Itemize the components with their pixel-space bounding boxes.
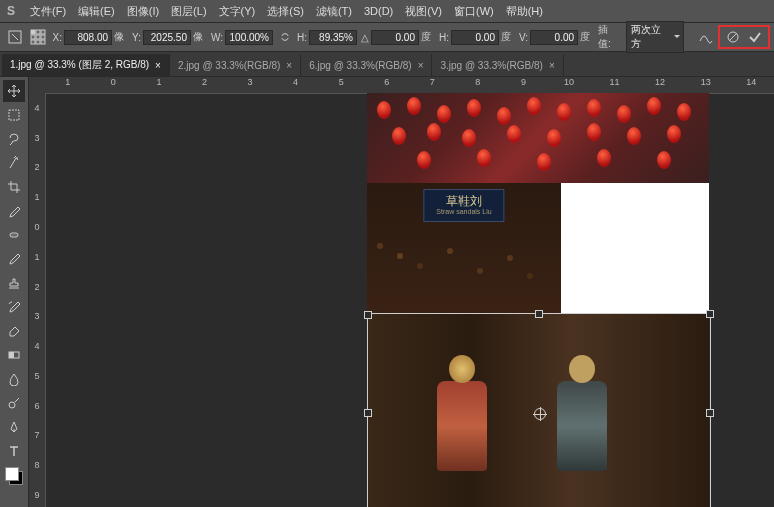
ruler-tick: 4 [273, 77, 319, 93]
ruler-tick: 12 [637, 77, 683, 93]
y-label: Y: [132, 32, 141, 43]
image-market-row: 草鞋刘 Straw sandals Liu [367, 183, 709, 313]
x-label: X: [53, 32, 62, 43]
menu-select[interactable]: 选择(S) [261, 0, 310, 22]
menu-layer[interactable]: 图层(L) [165, 0, 212, 22]
y-input[interactable]: 2025.50 [143, 30, 191, 45]
ruler-tick: 0 [91, 77, 137, 93]
svg-rect-3 [41, 30, 45, 34]
lasso-tool-icon[interactable] [3, 128, 25, 150]
foreground-color-swatch[interactable] [5, 467, 19, 481]
commit-transform-icon[interactable] [746, 28, 764, 46]
document-tab[interactable]: 2.jpg @ 33.3%(RGB/8)× [170, 54, 301, 76]
ruler-tick: 10 [546, 77, 592, 93]
tab-label: 6.jpg @ 33.3%(RGB/8) [309, 60, 411, 71]
ruler-tick: 14 [728, 77, 774, 93]
menu-filter[interactable]: 滤镜(T) [310, 0, 358, 22]
ruler-tick: 2 [29, 272, 45, 302]
menu-window[interactable]: 窗口(W) [448, 0, 500, 22]
commit-cancel-highlight [718, 25, 770, 49]
tab-close-icon[interactable]: × [549, 60, 555, 71]
menu-file[interactable]: 文件(F) [24, 0, 72, 22]
svg-point-14 [12, 235, 13, 236]
link-wh-icon[interactable] [278, 30, 292, 44]
options-bar: X:808.00像 Y:2025.50像 W:100.00% H:89.35% … [0, 23, 774, 52]
image-puppets [367, 313, 709, 507]
ruler-tick: 9 [501, 77, 547, 93]
tab-label: 1.jpg @ 33.3% (图层 2, RGB/8) [10, 58, 149, 72]
dodge-tool-icon[interactable] [3, 392, 25, 414]
ruler-tick: 3 [227, 77, 273, 93]
menu-image[interactable]: 图像(I) [121, 0, 165, 22]
interp-dropdown[interactable]: 两次立方 [626, 21, 684, 53]
cancel-transform-icon[interactable] [724, 28, 742, 46]
menu-edit[interactable]: 编辑(E) [72, 0, 121, 22]
pen-tool-icon[interactable] [3, 416, 25, 438]
ruler-tick: 0 [29, 212, 45, 242]
app-logo: S [4, 4, 18, 18]
x-unit: 像 [114, 30, 124, 44]
ruler-tick: 5 [318, 77, 364, 93]
menu-type[interactable]: 文字(Y) [213, 0, 262, 22]
document-tab[interactable]: 3.jpg @ 33.3%(RGB/8)× [432, 54, 563, 76]
puppet-figure [547, 351, 617, 491]
transform-tool-icon[interactable] [4, 26, 25, 48]
ruler-tick: 8 [455, 77, 501, 93]
reference-point-icon[interactable] [27, 26, 48, 48]
canvas[interactable]: 草鞋刘 Straw sandals Liu [45, 93, 774, 507]
skew-h-unit: 度 [501, 30, 511, 44]
blur-tool-icon[interactable] [3, 368, 25, 390]
image-lanterns [367, 93, 709, 183]
menu-3d[interactable]: 3D(D) [358, 0, 399, 22]
move-tool-icon[interactable] [3, 80, 25, 102]
document-tab[interactable]: 6.jpg @ 33.3%(RGB/8)× [301, 54, 432, 76]
w-input[interactable]: 100.00% [225, 30, 273, 45]
h-input[interactable]: 89.35% [309, 30, 357, 45]
brush-tool-icon[interactable] [3, 248, 25, 270]
stamp-tool-icon[interactable] [3, 272, 25, 294]
tab-close-icon[interactable]: × [155, 60, 161, 71]
svg-rect-6 [41, 35, 45, 39]
svg-rect-4 [31, 35, 35, 39]
ruler-tick: 7 [410, 77, 456, 93]
canvas-area: 1 0 1 2 3 4 5 6 7 8 9 10 11 12 13 14 4 3… [29, 77, 774, 507]
svg-rect-5 [36, 35, 40, 39]
type-tool-icon[interactable] [3, 440, 25, 462]
h-label: H: [297, 32, 307, 43]
ruler-tick: 3 [29, 301, 45, 331]
color-swatches[interactable] [5, 467, 23, 485]
tab-label: 2.jpg @ 33.3%(RGB/8) [178, 60, 280, 71]
wand-tool-icon[interactable] [3, 152, 25, 174]
ruler-tick: 3 [29, 123, 45, 153]
skew-v-unit: 度 [580, 30, 590, 44]
gradient-tool-icon[interactable] [3, 344, 25, 366]
svg-rect-12 [9, 110, 19, 120]
ruler-tick: 4 [29, 93, 45, 123]
healing-tool-icon[interactable] [3, 224, 25, 246]
tab-close-icon[interactable]: × [286, 60, 292, 71]
menu-help[interactable]: 帮助(H) [500, 0, 549, 22]
marquee-tool-icon[interactable] [3, 104, 25, 126]
document-tab[interactable]: 1.jpg @ 33.3% (图层 2, RGB/8)× [2, 54, 170, 76]
crop-tool-icon[interactable] [3, 176, 25, 198]
menu-view[interactable]: 视图(V) [399, 0, 448, 22]
angle-input[interactable]: 0.00 [371, 30, 419, 45]
interp-label: 插值: [598, 23, 620, 51]
x-input[interactable]: 808.00 [64, 30, 112, 45]
eraser-tool-icon[interactable] [3, 320, 25, 342]
history-brush-tool-icon[interactable] [3, 296, 25, 318]
eyedropper-tool-icon[interactable] [3, 200, 25, 222]
svg-point-15 [14, 235, 15, 236]
puppet-figure [427, 351, 497, 491]
warp-mode-icon[interactable] [697, 28, 715, 46]
skew-h-input[interactable]: 0.00 [451, 30, 499, 45]
ruler-tick: 1 [29, 242, 45, 272]
svg-line-20 [15, 398, 19, 402]
ruler-tick: 5 [29, 361, 45, 391]
svg-rect-2 [36, 30, 40, 34]
ruler-tick: 6 [29, 391, 45, 421]
svg-rect-8 [36, 40, 40, 44]
skew-v-input[interactable]: 0.00 [530, 30, 578, 45]
svg-point-19 [9, 402, 15, 408]
tab-close-icon[interactable]: × [418, 60, 424, 71]
